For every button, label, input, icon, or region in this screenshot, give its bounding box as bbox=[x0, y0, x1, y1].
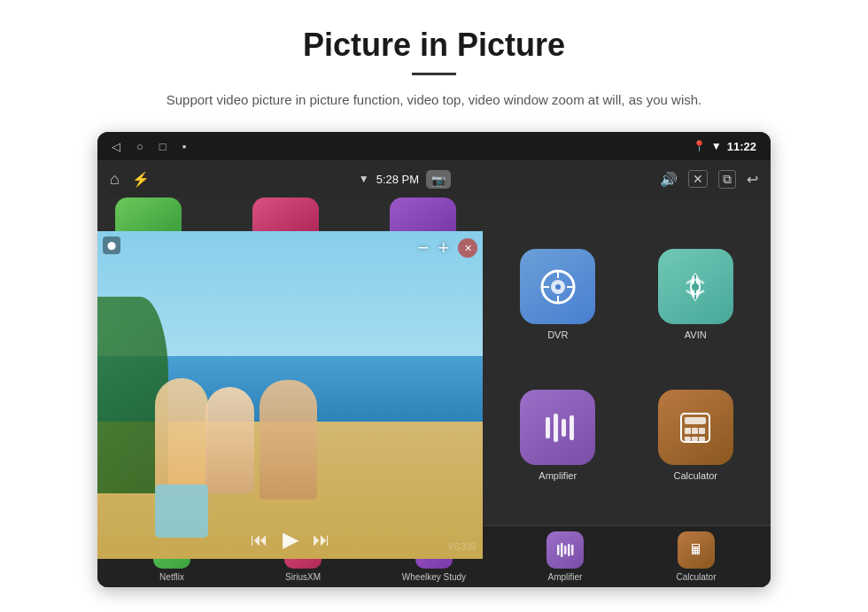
svg-rect-20 bbox=[699, 437, 705, 441]
app-container-calculator[interactable]: Calculator bbox=[632, 383, 761, 515]
home-icon[interactable]: ○ bbox=[136, 140, 143, 153]
location-icon: 📍 bbox=[693, 140, 706, 152]
bottom-app-calculator[interactable]: 🖩 Calculator bbox=[631, 531, 762, 582]
svg-rect-21 bbox=[557, 545, 560, 555]
svg-rect-24 bbox=[568, 544, 570, 556]
pip-minus-btn[interactable]: − bbox=[417, 236, 429, 260]
app-label-dvr: DVR bbox=[547, 329, 568, 340]
title-divider bbox=[412, 73, 456, 75]
status-bar-left: ◁ ○ □ ▪ bbox=[112, 140, 186, 153]
app-container-avin[interactable]: AVIN bbox=[632, 242, 761, 374]
status-time: 11:22 bbox=[727, 140, 756, 153]
bottom-icon-calculator[interactable]: 🖩 bbox=[678, 531, 715, 569]
recents-icon[interactable]: □ bbox=[159, 140, 167, 153]
partial-app-3 bbox=[390, 198, 456, 231]
page-wrapper: Picture in Picture Support video picture… bbox=[0, 0, 868, 596]
page-title: Picture in Picture bbox=[303, 27, 565, 64]
bottom-label-netflix: Netflix bbox=[159, 572, 184, 582]
bottom-label-sirius: SiriusXM bbox=[285, 572, 321, 582]
svg-rect-17 bbox=[699, 428, 705, 434]
nav-back-icon[interactable]: ↩ bbox=[747, 171, 758, 188]
app-area: ⬤ − + ✕ ⏮ bbox=[97, 231, 771, 525]
app-icon-dvr[interactable] bbox=[520, 249, 595, 324]
app-label-amplifier: Amplifier bbox=[539, 470, 577, 481]
bottom-amplifier-svg bbox=[555, 540, 575, 560]
device-content: ⬤ − + ✕ ⏮ bbox=[97, 198, 771, 587]
partial-app-1 bbox=[115, 198, 182, 231]
pip-record-icon: ⬤ bbox=[103, 236, 120, 254]
app-label-calculator: Calculator bbox=[673, 470, 717, 481]
wifi-icon: ▼ bbox=[711, 140, 722, 152]
nav-usb-icon[interactable]: ⚡ bbox=[132, 171, 150, 188]
status-bar: ◁ ○ □ ▪ 📍 ▼ 11:22 bbox=[97, 132, 771, 160]
bottom-app-amplifier[interactable]: Amplifier bbox=[500, 531, 631, 582]
pip-play-btn[interactable]: ▶ bbox=[283, 527, 298, 552]
nav-camera-btn[interactable]: 📷 bbox=[426, 170, 451, 189]
svg-rect-10 bbox=[554, 414, 558, 442]
svg-rect-23 bbox=[564, 546, 567, 554]
nav-left: ⌂ ⚡ bbox=[110, 170, 150, 189]
app-label-avin: AVIN bbox=[685, 329, 707, 340]
nav-right: 🔊 ✕ ⧉ ↩ bbox=[660, 170, 758, 189]
dvr-svg bbox=[537, 266, 579, 308]
svg-rect-25 bbox=[571, 545, 574, 555]
svg-rect-15 bbox=[685, 428, 691, 434]
app-container-amplifier[interactable]: Amplifier bbox=[493, 383, 623, 515]
pip-next-btn[interactable]: ⏭ bbox=[313, 530, 330, 550]
bottom-label-amplifier: Amplifier bbox=[548, 572, 583, 582]
camera-icon: 📷 bbox=[431, 174, 446, 187]
page-subtitle: Support video picture in picture functio… bbox=[167, 89, 701, 111]
svg-rect-9 bbox=[546, 417, 550, 438]
svg-rect-18 bbox=[685, 437, 691, 441]
pip-size-controls[interactable]: − + ✕ bbox=[417, 236, 477, 260]
svg-rect-14 bbox=[685, 417, 706, 424]
pip-video: ⬤ − + ✕ ⏮ bbox=[97, 231, 483, 559]
svg-rect-19 bbox=[692, 437, 698, 441]
pip-playback-controls[interactable]: ⏮ ▶ ⏭ bbox=[97, 527, 483, 552]
app-icon-amplifier[interactable] bbox=[520, 390, 595, 465]
pip-controls-top: ⬤ bbox=[103, 236, 120, 254]
close-icon[interactable]: ✕ bbox=[688, 170, 708, 188]
calculator-svg bbox=[674, 407, 717, 449]
volume-icon[interactable]: 🔊 bbox=[660, 171, 678, 188]
avin-svg bbox=[674, 266, 717, 308]
nav-time: 5:28 PM bbox=[376, 173, 419, 186]
svg-rect-12 bbox=[570, 415, 574, 440]
device-frame: ◁ ○ □ ▪ 📍 ▼ 11:22 ⌂ ⚡ ▼ 5:28 PM 📷 bbox=[97, 132, 771, 587]
amplifier-svg bbox=[537, 407, 579, 449]
screenshot-icon[interactable]: ▪ bbox=[182, 140, 187, 153]
app-icon-avin[interactable] bbox=[658, 249, 733, 324]
svg-point-2 bbox=[555, 284, 561, 290]
pip-close-btn[interactable]: ✕ bbox=[458, 238, 477, 258]
back-icon[interactable]: ◁ bbox=[112, 140, 120, 153]
svg-rect-16 bbox=[692, 428, 698, 434]
app-container-dvr[interactable]: DVR bbox=[493, 242, 623, 374]
app-grid-right: DVR AVIN bbox=[483, 231, 771, 525]
bottom-label-calculator: Calculator bbox=[676, 572, 716, 582]
wifi-signal-icon: ▼ bbox=[359, 173, 369, 185]
partial-app-2 bbox=[252, 198, 319, 231]
status-bar-right: 📍 ▼ 11:22 bbox=[693, 140, 756, 153]
nav-home-icon[interactable]: ⌂ bbox=[110, 170, 120, 189]
svg-rect-22 bbox=[561, 543, 563, 557]
pip-plus-btn[interactable]: + bbox=[438, 236, 449, 260]
nav-bar: ⌂ ⚡ ▼ 5:28 PM 📷 🔊 ✕ ⧉ ↩ bbox=[97, 160, 771, 198]
pip-overlay[interactable]: ⬤ − + ✕ ⏮ bbox=[97, 231, 483, 559]
app-icon-calculator[interactable] bbox=[658, 390, 733, 465]
svg-rect-11 bbox=[562, 419, 566, 437]
watermark: VG339 bbox=[448, 542, 476, 552]
pip-icon[interactable]: ⧉ bbox=[718, 170, 736, 189]
svg-point-8 bbox=[692, 283, 699, 291]
bottom-label-wheelkey: Wheelkey Study bbox=[402, 572, 466, 582]
pip-prev-btn[interactable]: ⏮ bbox=[251, 530, 268, 550]
bottom-icon-amplifier[interactable] bbox=[546, 531, 584, 569]
pip-scene bbox=[97, 231, 483, 559]
partial-apps-row bbox=[97, 198, 771, 231]
